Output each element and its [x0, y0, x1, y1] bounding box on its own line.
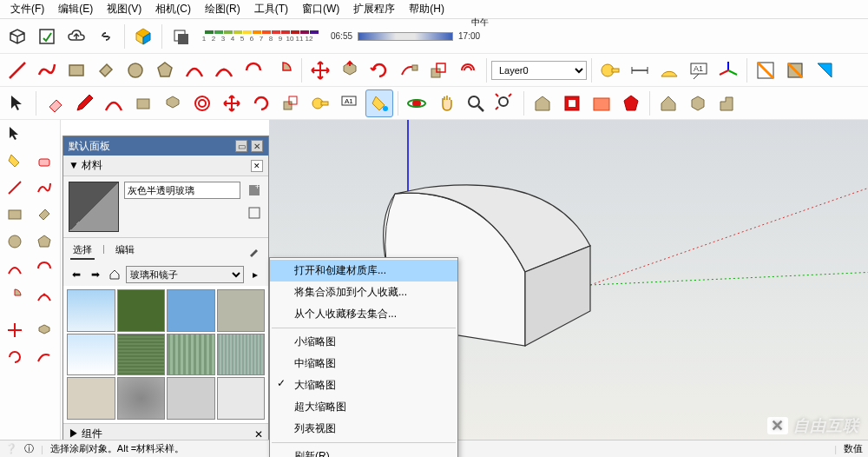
- orbit-icon[interactable]: [403, 89, 431, 117]
- status-help-icon[interactable]: ❔: [5, 443, 17, 454]
- select-icon[interactable]: [3, 89, 31, 117]
- building-icon[interactable]: [713, 89, 741, 117]
- save-icon[interactable]: [33, 23, 61, 50]
- pushpull-icon[interactable]: [336, 56, 364, 84]
- time-gradient[interactable]: [358, 32, 453, 41]
- component-icon[interactable]: [558, 89, 586, 117]
- menu-help[interactable]: 帮助(H): [402, 2, 451, 17]
- pencil-icon[interactable]: [70, 89, 98, 117]
- context-menu-item[interactable]: 超大缩略图: [270, 396, 457, 418]
- offset-icon[interactable]: [454, 56, 482, 84]
- shape-tool-icon[interactable]: [129, 89, 157, 117]
- material-thumb[interactable]: [117, 334, 166, 376]
- polygon-tool-icon[interactable]: [31, 229, 57, 254]
- polygon-icon[interactable]: [151, 56, 179, 84]
- context-menu-item[interactable]: 列表视图: [270, 418, 457, 440]
- menu-file[interactable]: 文件(F): [3, 2, 51, 17]
- freehand-tool-icon[interactable]: [31, 176, 57, 200]
- rotated-rect-icon[interactable]: [92, 56, 120, 84]
- scale2-icon[interactable]: [277, 89, 305, 117]
- shadow-toggle-icon[interactable]: [167, 23, 194, 50]
- dimension-icon[interactable]: [626, 56, 654, 84]
- section-close-icon[interactable]: ✕: [251, 160, 263, 172]
- pushpull2-icon[interactable]: [159, 89, 187, 117]
- library-menu-icon[interactable]: ▸: [247, 267, 263, 282]
- arc3-icon[interactable]: [240, 56, 267, 84]
- move2-icon[interactable]: [218, 89, 246, 117]
- eraser-tool-icon[interactable]: [31, 149, 57, 173]
- pie-tool-icon[interactable]: [2, 283, 28, 308]
- create-material-icon[interactable]: +: [246, 182, 263, 199]
- protractor-icon[interactable]: [655, 56, 683, 84]
- paint-tool-icon[interactable]: [2, 149, 28, 173]
- material-thumb[interactable]: [217, 289, 266, 332]
- time-bar[interactable]: 06:55 17:00: [331, 31, 480, 41]
- axes-icon[interactable]: [714, 56, 742, 84]
- context-menu-item[interactable]: 从个人收藏移去集合...: [270, 303, 457, 325]
- material-thumb[interactable]: [167, 289, 215, 332]
- material-thumb[interactable]: [217, 334, 266, 376]
- text-icon[interactable]: A1: [685, 56, 713, 84]
- pie-icon[interactable]: [269, 56, 297, 84]
- material-thumb[interactable]: [67, 377, 115, 420]
- menu-extensions[interactable]: 扩展程序: [346, 2, 402, 17]
- zoom-extents-icon[interactable]: [491, 89, 519, 117]
- tab-edit[interactable]: 编辑: [113, 242, 137, 260]
- followme-tool-icon[interactable]: [31, 345, 57, 369]
- panel-titlebar[interactable]: 默认面板 ▭✕: [63, 136, 268, 156]
- arc-tool-icon[interactable]: [100, 89, 128, 117]
- context-menu-item[interactable]: 中缩略图: [270, 353, 457, 374]
- box-icon[interactable]: [684, 89, 712, 117]
- zoom-icon[interactable]: [462, 89, 490, 117]
- home-icon[interactable]: [107, 267, 122, 282]
- eyedropper-icon[interactable]: [247, 244, 261, 258]
- paint-bucket-icon[interactable]: [365, 89, 393, 117]
- move-tool-icon[interactable]: [2, 318, 28, 342]
- menu-tools[interactable]: 工具(T): [247, 2, 295, 17]
- menu-draw[interactable]: 绘图(R): [198, 2, 247, 17]
- cloud-icon[interactable]: [62, 23, 90, 50]
- rotate-icon[interactable]: [365, 56, 393, 84]
- layer-select[interactable]: Layer0: [491, 61, 587, 80]
- context-menu-item[interactable]: 打开和创建材质库...: [270, 260, 457, 281]
- pan-icon[interactable]: [432, 89, 460, 117]
- line-tool-icon[interactable]: [2, 176, 28, 200]
- followme-icon[interactable]: [395, 56, 423, 84]
- arc-tool2-icon[interactable]: [2, 256, 28, 281]
- rectangle-icon[interactable]: [62, 56, 90, 84]
- menu-view[interactable]: 视图(V): [100, 2, 148, 17]
- default-material-icon[interactable]: [246, 204, 263, 222]
- material-thumb[interactable]: [167, 334, 215, 376]
- text2-icon[interactable]: A1: [336, 89, 364, 117]
- rotate-tool-icon[interactable]: [2, 345, 28, 369]
- status-info-icon[interactable]: ⓘ: [24, 442, 34, 455]
- arc2-icon[interactable]: [210, 56, 238, 84]
- rect-tool-icon[interactable]: [2, 202, 28, 227]
- context-menu-item[interactable]: 刷新(R): [270, 446, 457, 457]
- panel-close-icon[interactable]: ✕: [251, 140, 263, 152]
- house-icon[interactable]: [654, 89, 682, 117]
- tape-icon[interactable]: [596, 56, 624, 84]
- material-thumb[interactable]: [167, 377, 215, 420]
- line-icon[interactable]: [3, 56, 31, 84]
- material-thumb[interactable]: [67, 334, 115, 376]
- circle-tool-icon[interactable]: [2, 229, 28, 254]
- pushpull-tool-icon[interactable]: [31, 318, 57, 342]
- circle-icon[interactable]: [122, 56, 149, 84]
- context-menu-item[interactable]: 将集合添加到个人收藏...: [270, 281, 457, 303]
- select-tool-icon[interactable]: [2, 122, 28, 146]
- material-thumb[interactable]: [217, 377, 266, 420]
- arc-tool3-icon[interactable]: [31, 256, 57, 281]
- footer-close-icon[interactable]: ✕: [254, 428, 263, 440]
- section-fill-icon[interactable]: [811, 56, 838, 84]
- eraser-icon[interactable]: [41, 89, 69, 117]
- rotrect-tool-icon[interactable]: [31, 202, 57, 227]
- panel-section-header[interactable]: ▼ 材料 ✕: [63, 156, 268, 176]
- tab-select[interactable]: 选择: [70, 242, 95, 260]
- menu-camera[interactable]: 相机(C): [148, 2, 198, 17]
- section-display-icon[interactable]: [781, 56, 809, 84]
- material-thumb[interactable]: [117, 289, 166, 332]
- warehouse-icon[interactable]: [529, 89, 556, 117]
- move-icon[interactable]: [306, 56, 334, 84]
- tape2-icon[interactable]: [306, 89, 334, 117]
